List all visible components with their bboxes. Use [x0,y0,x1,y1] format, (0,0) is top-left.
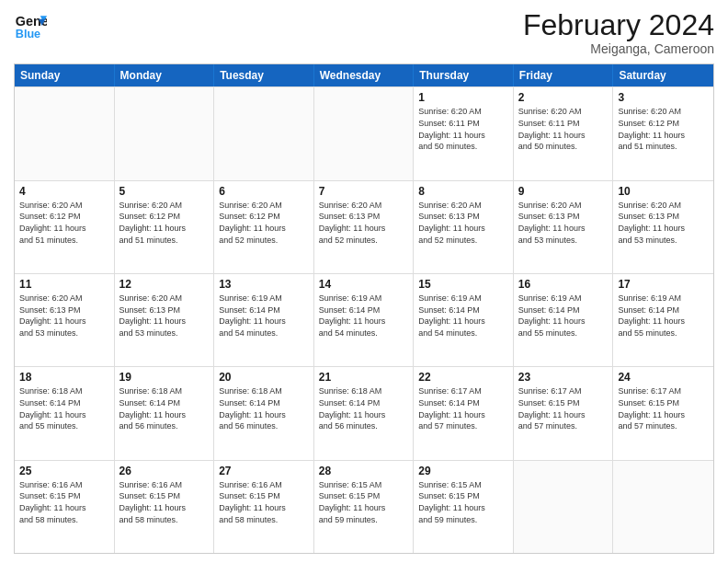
empty-cell [314,87,415,179]
day-cell-2: 2Sunrise: 6:20 AM Sunset: 6:11 PM Daylig… [514,87,614,179]
day-number: 1 [418,90,508,105]
day-cell-17: 17Sunrise: 6:19 AM Sunset: 6:14 PM Dayli… [613,274,713,366]
day-number: 4 [19,184,109,199]
day-cell-23: 23Sunrise: 6:17 AM Sunset: 6:15 PM Dayli… [514,367,614,459]
day-number: 27 [219,464,309,478]
day-info: Sunrise: 6:15 AM Sunset: 6:15 PM Dayligh… [319,479,409,525]
day-info: Sunrise: 6:20 AM Sunset: 6:13 PM Dayligh… [518,200,609,246]
day-number: 21 [319,370,409,385]
day-info: Sunrise: 6:18 AM Sunset: 6:14 PM Dayligh… [319,385,409,431]
day-number: 25 [19,464,109,478]
day-info: Sunrise: 6:20 AM Sunset: 6:12 PM Dayligh… [219,200,309,246]
day-info: Sunrise: 6:16 AM Sunset: 6:15 PM Dayligh… [19,479,109,525]
day-header-tuesday: Tuesday [214,64,314,86]
day-cell-4: 4Sunrise: 6:20 AM Sunset: 6:12 PM Daylig… [15,181,115,273]
week-row-3: 11Sunrise: 6:20 AM Sunset: 6:13 PM Dayli… [15,273,713,366]
week-row-1: 1Sunrise: 6:20 AM Sunset: 6:11 PM Daylig… [15,86,713,179]
week-row-5: 25Sunrise: 6:16 AM Sunset: 6:15 PM Dayli… [15,460,713,553]
day-header-wednesday: Wednesday [314,64,415,86]
day-cell-8: 8Sunrise: 6:20 AM Sunset: 6:13 PM Daylig… [414,181,514,273]
day-info: Sunrise: 6:20 AM Sunset: 6:13 PM Dayligh… [19,293,109,339]
day-cell-6: 6Sunrise: 6:20 AM Sunset: 6:12 PM Daylig… [214,181,314,273]
day-info: Sunrise: 6:20 AM Sunset: 6:12 PM Dayligh… [618,106,709,152]
day-number: 18 [19,370,109,385]
day-info: Sunrise: 6:20 AM Sunset: 6:12 PM Dayligh… [19,200,109,246]
day-cell-15: 15Sunrise: 6:19 AM Sunset: 6:14 PM Dayli… [414,274,514,366]
day-cell-3: 3Sunrise: 6:20 AM Sunset: 6:12 PM Daylig… [613,87,713,179]
day-info: Sunrise: 6:15 AM Sunset: 6:15 PM Dayligh… [418,479,508,525]
day-info: Sunrise: 6:18 AM Sunset: 6:14 PM Dayligh… [119,385,210,431]
day-header-thursday: Thursday [414,64,514,86]
day-number: 3 [618,90,709,105]
day-number: 29 [418,464,508,478]
title-block: February 2024 Meiganga, Cameroon [523,9,714,56]
day-number: 9 [518,184,609,199]
day-info: Sunrise: 6:19 AM Sunset: 6:14 PM Dayligh… [418,293,508,339]
day-number: 14 [319,277,409,292]
page: General Blue February 2024 Meiganga, Cam… [0,0,728,563]
day-number: 12 [119,277,210,292]
day-number: 26 [119,464,210,478]
day-number: 22 [418,370,508,385]
day-info: Sunrise: 6:18 AM Sunset: 6:14 PM Dayligh… [219,385,309,431]
day-header-sunday: Sunday [15,64,115,86]
calendar: SundayMondayTuesdayWednesdayThursdayFrid… [14,63,714,554]
day-cell-19: 19Sunrise: 6:18 AM Sunset: 6:14 PM Dayli… [115,367,215,459]
day-cell-22: 22Sunrise: 6:17 AM Sunset: 6:14 PM Dayli… [414,367,514,459]
day-number: 10 [618,184,709,199]
day-info: Sunrise: 6:19 AM Sunset: 6:14 PM Dayligh… [518,293,609,339]
day-cell-26: 26Sunrise: 6:16 AM Sunset: 6:15 PM Dayli… [115,461,215,553]
day-number: 7 [319,184,409,199]
logo: General Blue [14,9,47,42]
day-header-friday: Friday [514,64,614,86]
day-cell-24: 24Sunrise: 6:17 AM Sunset: 6:15 PM Dayli… [613,367,713,459]
day-cell-29: 29Sunrise: 6:15 AM Sunset: 6:15 PM Dayli… [414,461,514,553]
day-cell-16: 16Sunrise: 6:19 AM Sunset: 6:14 PM Dayli… [514,274,614,366]
empty-cell [115,87,215,179]
week-row-2: 4Sunrise: 6:20 AM Sunset: 6:12 PM Daylig… [15,180,713,273]
day-info: Sunrise: 6:20 AM Sunset: 6:11 PM Dayligh… [418,106,508,152]
day-number: 23 [518,370,609,385]
logo-icon: General Blue [14,9,47,42]
day-cell-11: 11Sunrise: 6:20 AM Sunset: 6:13 PM Dayli… [15,274,115,366]
day-number: 28 [319,464,409,478]
day-info: Sunrise: 6:20 AM Sunset: 6:12 PM Dayligh… [119,200,210,246]
calendar-header-row: SundayMondayTuesdayWednesdayThursdayFrid… [15,64,713,86]
day-info: Sunrise: 6:20 AM Sunset: 6:13 PM Dayligh… [618,200,709,246]
day-cell-1: 1Sunrise: 6:20 AM Sunset: 6:11 PM Daylig… [414,87,514,179]
day-cell-7: 7Sunrise: 6:20 AM Sunset: 6:13 PM Daylig… [314,181,415,273]
day-info: Sunrise: 6:17 AM Sunset: 6:15 PM Dayligh… [518,385,609,431]
week-row-4: 18Sunrise: 6:18 AM Sunset: 6:14 PM Dayli… [15,366,713,459]
calendar-subtitle: Meiganga, Cameroon [523,41,714,56]
day-number: 8 [418,184,508,199]
day-number: 17 [618,277,709,292]
day-cell-27: 27Sunrise: 6:16 AM Sunset: 6:15 PM Dayli… [214,461,314,553]
day-header-monday: Monday [115,64,215,86]
empty-cell [613,461,713,553]
day-cell-18: 18Sunrise: 6:18 AM Sunset: 6:14 PM Dayli… [15,367,115,459]
empty-cell [514,461,614,553]
day-info: Sunrise: 6:18 AM Sunset: 6:14 PM Dayligh… [19,385,109,431]
day-cell-13: 13Sunrise: 6:19 AM Sunset: 6:14 PM Dayli… [214,274,314,366]
day-number: 5 [119,184,210,199]
day-cell-10: 10Sunrise: 6:20 AM Sunset: 6:13 PM Dayli… [613,181,713,273]
header: General Blue February 2024 Meiganga, Cam… [14,9,714,56]
day-info: Sunrise: 6:16 AM Sunset: 6:15 PM Dayligh… [219,479,309,525]
day-info: Sunrise: 6:19 AM Sunset: 6:14 PM Dayligh… [618,293,709,339]
day-cell-28: 28Sunrise: 6:15 AM Sunset: 6:15 PM Dayli… [314,461,415,553]
day-cell-21: 21Sunrise: 6:18 AM Sunset: 6:14 PM Dayli… [314,367,415,459]
empty-cell [15,87,115,179]
calendar-title: February 2024 [523,9,714,41]
day-info: Sunrise: 6:17 AM Sunset: 6:15 PM Dayligh… [618,385,709,431]
day-number: 20 [219,370,309,385]
day-number: 16 [518,277,609,292]
day-cell-20: 20Sunrise: 6:18 AM Sunset: 6:14 PM Dayli… [214,367,314,459]
day-number: 11 [19,277,109,292]
day-info: Sunrise: 6:20 AM Sunset: 6:13 PM Dayligh… [418,200,508,246]
day-header-saturday: Saturday [613,64,713,86]
day-number: 19 [119,370,210,385]
calendar-body: 1Sunrise: 6:20 AM Sunset: 6:11 PM Daylig… [15,86,713,553]
day-cell-12: 12Sunrise: 6:20 AM Sunset: 6:13 PM Dayli… [115,274,215,366]
day-cell-5: 5Sunrise: 6:20 AM Sunset: 6:12 PM Daylig… [115,181,215,273]
day-info: Sunrise: 6:16 AM Sunset: 6:15 PM Dayligh… [119,479,210,525]
